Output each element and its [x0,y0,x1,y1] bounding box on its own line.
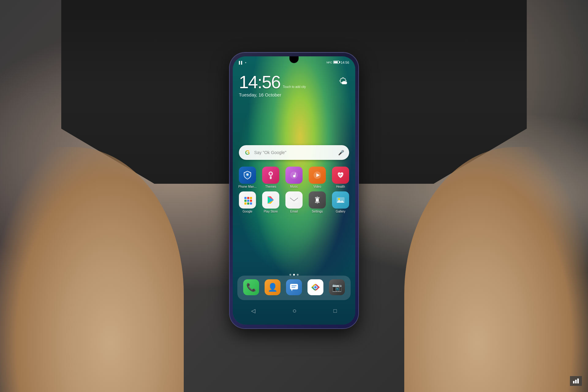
dock-camera[interactable]: 📷 [326,279,348,296]
watermark-logo [573,379,579,383]
themes-label: Themes [265,185,276,188]
status-left: ▌▌ ⚬ [239,61,247,64]
video-label: Video [313,185,321,188]
navigation-bar: ◁ ○ □ [233,303,355,318]
app-gallery[interactable]: Gallery [330,191,352,213]
signal-icon: ▌▌ [239,61,243,64]
app-health[interactable]: Health [330,167,352,188]
svg-point-2 [270,172,272,175]
brand-watermark [570,376,582,386]
phone-body: ▌▌ ⚬ NFC 14:56 14:56 Touch to add city T [230,53,358,328]
phone-wrapper: ▌▌ ⚬ NFC 14:56 14:56 Touch to add city T [230,53,358,328]
back-button[interactable]: ◁ [251,307,255,314]
phone-screen: ▌▌ ⚬ NFC 14:56 14:56 Touch to add city T [233,56,355,325]
email-label: Email [290,210,298,213]
clock-subtitle: Touch to add city [283,85,306,89]
email-icon [285,191,303,209]
svg-rect-10 [244,200,247,202]
app-settings[interactable]: Settings [306,191,328,213]
battery-icon [333,61,339,64]
svg-point-31 [314,286,317,288]
app-grid: Phone Man... Themes [236,167,352,216]
svg-rect-14 [247,202,249,205]
dock-phone[interactable]: 📞 [240,279,262,296]
recents-button[interactable]: □ [334,308,337,314]
svg-point-0 [246,173,249,176]
nfc-label: NFC [326,61,332,64]
svg-rect-25 [290,284,298,289]
phone-manager-icon [239,167,256,184]
dock-contacts[interactable]: 👤 [262,279,283,296]
app-music[interactable]: Music [283,167,305,188]
clock-widget: 14:56 Touch to add city Tuesday, 16 Octo… [239,73,306,97]
video-icon [309,167,326,184]
microphone-icon[interactable]: 🎤 [338,150,344,156]
svg-rect-9 [250,197,252,199]
phone-manager-label: Phone Man... [238,185,256,188]
app-dock: 📞 👤 [237,276,351,300]
app-email[interactable]: Email [283,191,305,213]
clock-date: Tuesday, 16 October [239,92,306,97]
app-google[interactable]: Google [236,191,258,213]
health-label: Health [336,185,345,188]
play-store-icon [262,191,279,209]
dock-phone-icon: 📞 [243,279,259,295]
play-store-label: Play Store [264,210,278,213]
dock-messages-icon [286,279,302,295]
status-right: NFC 14:56 [326,61,349,64]
svg-marker-26 [291,289,292,291]
home-button[interactable]: ○ [292,307,296,315]
app-themes[interactable]: Themes [260,167,282,188]
dock-messages[interactable] [283,279,305,296]
google-label: Google [243,210,252,213]
app-play-store[interactable]: Play Store [260,191,282,213]
gallery-label: Gallery [336,210,345,213]
svg-rect-11 [247,200,249,202]
clock-time-display: 14:56 Touch to add city [239,73,306,91]
dock-camera-icon: 📷 [329,279,345,295]
status-time: 14:56 [341,61,349,64]
weather-widget: 🌤 [339,76,348,86]
svg-rect-20 [290,197,298,203]
app-phone-manager[interactable]: Phone Man... [236,167,258,188]
health-icon [332,167,349,184]
bar-2 [575,380,577,383]
app-row-2: Google [236,191,352,213]
google-g-icon: G [244,149,251,156]
bar-1 [573,381,575,383]
svg-rect-7 [244,197,247,199]
bar-3 [577,379,579,383]
app-row-1: Phone Man... Themes [236,167,352,188]
dock-chrome-icon [307,279,323,295]
wifi-icon: ⚬ [244,61,247,64]
svg-rect-12 [250,200,252,202]
settings-label: Settings [312,210,323,213]
svg-rect-8 [247,197,249,199]
settings-icon [309,191,326,209]
svg-rect-3 [270,176,272,179]
svg-rect-13 [244,202,247,205]
clock-hours-minutes: 14:56 [239,72,280,92]
dock-chrome[interactable] [305,279,326,296]
svg-rect-15 [250,202,252,205]
music-label: Music [290,185,298,188]
dock-contacts-icon: 👤 [265,279,281,295]
google-search-bar[interactable]: G Say "Ok Google" 🎤 [239,145,349,160]
themes-icon [262,167,279,184]
gallery-icon [332,191,349,209]
app-video[interactable]: Video [306,167,328,188]
google-icon [239,191,256,209]
music-icon [285,167,303,184]
search-placeholder: Say "Ok Google" [254,150,338,155]
